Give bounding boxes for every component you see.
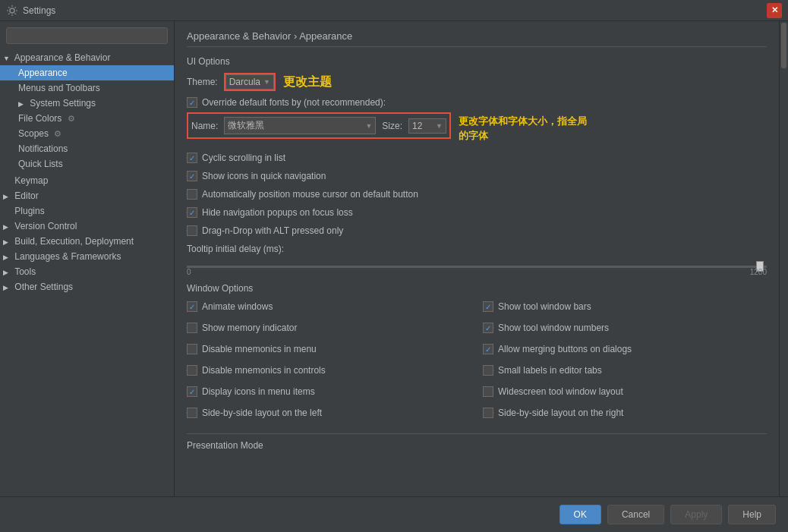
sidebar-item-plugins[interactable]: Plugins	[0, 203, 174, 219]
disable-mnemonics-controls-checkbox[interactable]	[187, 365, 197, 376]
ui-options-label: UI Options	[187, 56, 767, 67]
slider-min: 0	[187, 268, 191, 276]
settings-dialog: ▼ Appearance & Behavior Appearance Menus…	[0, 21, 788, 532]
dialog-body: ▼ Appearance & Behavior Appearance Menus…	[0, 21, 788, 496]
show-memory-indicator-row: Show memory indicator	[187, 321, 471, 335]
sidebar-item-file-colors[interactable]: File Colors ⚙	[0, 111, 174, 126]
settings-icon	[6, 5, 18, 17]
sidebar-item-editor[interactable]: ▶ Editor	[0, 188, 174, 203]
allow-merging-buttons-row: Allow merging buttons on dialogs	[483, 342, 767, 356]
dialog-title: Settings	[23, 5, 767, 16]
small-labels-editor-checkbox[interactable]	[483, 365, 493, 376]
display-icons-menu-row: Display icons in menu items	[187, 385, 471, 398]
disable-mnemonics-menu-checkbox[interactable]	[187, 344, 197, 354]
show-tool-window-bars-checkbox[interactable]	[483, 301, 493, 312]
small-labels-editor-row: Small labels in editor tabs	[483, 364, 767, 377]
disable-mnemonics-controls-row: Disable mnemonics in controls	[187, 364, 471, 377]
sidebar-item-notifications[interactable]: Notifications	[0, 141, 174, 156]
tooltip-label: Tooltip initial delay (ms):	[187, 244, 284, 254]
window-options-section: Window Options Animate windows Show tool…	[187, 283, 767, 424]
help-button[interactable]: Help	[728, 505, 776, 524]
show-memory-indicator-checkbox[interactable]	[187, 323, 197, 333]
auto-position-row: Automatically position mouse cursor on d…	[187, 187, 767, 201]
sidebar-item-menus-toolbars[interactable]: Menus and Toolbars	[0, 80, 174, 96]
hide-nav-popups-checkbox[interactable]	[187, 207, 197, 218]
sidebar-item-appearance-behavior[interactable]: ▼ Appearance & Behavior	[0, 50, 174, 65]
override-fonts-checkbox[interactable]	[187, 97, 197, 108]
gear-icon-file-colors: ⚙	[68, 114, 75, 123]
disable-mnemonics-menu-row: Disable mnemonics in menu	[187, 342, 471, 356]
theme-annotation: 更改主题	[283, 74, 332, 90]
size-label: Size:	[382, 121, 402, 131]
sidebar-item-tools[interactable]: ▶ Tools	[0, 264, 174, 279]
small-labels-editor-label: Small labels in editor tabs	[498, 365, 602, 376]
side-by-side-left-checkbox[interactable]	[187, 408, 197, 418]
sidebar-item-languages[interactable]: ▶ Languages & Frameworks	[0, 249, 174, 264]
sidebar-item-build-exec[interactable]: ▶ Build, Execution, Deployment	[0, 234, 174, 249]
show-tool-window-bars-label: Show tool window bars	[498, 301, 591, 312]
widescreen-tool-window-checkbox[interactable]	[483, 386, 493, 397]
drag-drop-alt-checkbox[interactable]	[187, 225, 197, 236]
expand-arrow-tools: ▶	[3, 269, 12, 276]
expand-arrow-build: ▶	[3, 238, 12, 246]
override-row: Override default fonts by (not recommend…	[187, 97, 767, 108]
auto-position-checkbox[interactable]	[187, 189, 197, 200]
widescreen-tool-window-label: Widescreen tool window layout	[498, 386, 623, 397]
side-by-side-right-checkbox[interactable]	[483, 408, 493, 418]
svg-point-0	[10, 8, 14, 13]
font-annotation: 更改字体和字体大小，指全局的字体	[459, 115, 587, 142]
breadcrumb: Appearance & Behavior › Appearance	[187, 30, 767, 47]
sidebar: ▼ Appearance & Behavior Appearance Menus…	[0, 21, 175, 496]
slider-max: 1200	[750, 268, 767, 276]
display-icons-menu-label: Display icons in menu items	[202, 386, 315, 397]
sidebar-item-quick-lists[interactable]: Quick Lists	[0, 156, 174, 172]
close-button[interactable]: ✕	[767, 3, 782, 18]
size-dropdown-arrow-icon: ▼	[436, 122, 443, 130]
cyclic-scrolling-checkbox[interactable]	[187, 153, 197, 163]
sidebar-item-system-settings[interactable]: ▶ System Settings	[0, 96, 174, 111]
theme-select[interactable]: Darcula ▼	[225, 74, 274, 90]
show-tool-window-bars-row: Show tool window bars	[483, 300, 767, 313]
sidebar-item-appearance[interactable]: Appearance	[0, 65, 174, 80]
auto-position-label: Automatically position mouse cursor on d…	[202, 189, 418, 200]
theme-select-wrapper: Darcula ▼	[224, 73, 276, 91]
side-by-side-right-row: Side-by-side layout on the right	[483, 406, 767, 420]
disable-mnemonics-controls-label: Disable mnemonics in controls	[202, 365, 326, 376]
show-icons-quick-checkbox[interactable]	[187, 171, 197, 181]
window-options-label: Window Options	[187, 283, 767, 294]
expand-arrow-other: ▶	[3, 284, 12, 291]
expand-arrow-langs: ▶	[3, 253, 12, 261]
theme-value: Darcula	[229, 77, 260, 87]
title-bar: Settings ✕	[0, 0, 788, 21]
sidebar-item-version-control[interactable]: ▶ Version Control	[0, 219, 174, 234]
dialog-footer: OK Cancel Apply Help	[0, 496, 788, 532]
ok-button[interactable]: OK	[559, 505, 601, 524]
animate-windows-row: Animate windows	[187, 300, 471, 313]
apply-button[interactable]: Apply	[670, 505, 722, 524]
expand-arrow-editor: ▶	[3, 193, 12, 200]
allow-merging-buttons-label: Allow merging buttons on dialogs	[498, 344, 632, 354]
override-label: Override default fonts by (not recommend…	[202, 97, 386, 108]
sidebar-item-other-settings[interactable]: ▶ Other Settings	[0, 279, 174, 294]
tooltip-slider[interactable]: 0 1200	[187, 259, 767, 274]
font-name-select[interactable]: 微软雅黑 ▼	[224, 117, 376, 134]
animate-windows-checkbox[interactable]	[187, 301, 197, 312]
main-content: Appearance & Behavior › Appearance UI Op…	[175, 21, 779, 496]
drag-drop-alt-row: Drag-n-Drop with ALT pressed only	[187, 224, 767, 238]
theme-label: Theme:	[187, 77, 218, 87]
scrollbar-thumb[interactable]	[781, 23, 786, 68]
show-tool-window-numbers-checkbox[interactable]	[483, 323, 493, 333]
font-size-select[interactable]: 12 ▼	[408, 118, 446, 134]
theme-row: Theme: Darcula ▼ 更改主题	[187, 73, 767, 91]
display-icons-menu-checkbox[interactable]	[187, 386, 197, 397]
font-size-value: 12	[412, 121, 422, 131]
search-input[interactable]	[6, 27, 168, 44]
scrollbar[interactable]	[779, 21, 788, 496]
animate-windows-label: Animate windows	[202, 301, 273, 312]
gear-icon-scopes: ⚙	[54, 129, 61, 138]
hide-nav-popups-row: Hide navigation popups on focus loss	[187, 206, 767, 219]
sidebar-item-scopes[interactable]: Scopes ⚙	[0, 126, 174, 141]
sidebar-item-keymap[interactable]: Keymap	[0, 173, 174, 188]
cancel-button[interactable]: Cancel	[607, 505, 664, 524]
allow-merging-buttons-checkbox[interactable]	[483, 344, 493, 354]
